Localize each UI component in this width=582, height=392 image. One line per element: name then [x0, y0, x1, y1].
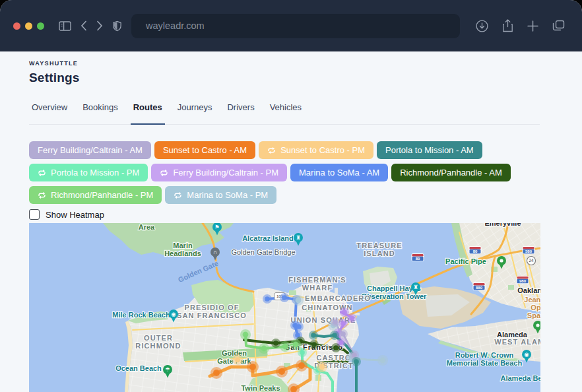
route-chip-label: Marina to SoMa - PM [187, 190, 268, 200]
minimize-window-button[interactable] [25, 22, 32, 30]
tabs-icon[interactable] [552, 20, 565, 32]
map-label: Area [139, 223, 155, 231]
route-chip[interactable]: Richmond/Panhandle - PM [29, 186, 162, 204]
route-stop-marker[interactable] [339, 329, 348, 339]
route-stop-marker[interactable] [330, 331, 339, 340]
route-stop-marker[interactable] [296, 360, 307, 372]
route-chip[interactable]: Ferry Building/Caltrain - AM [29, 141, 151, 159]
route-chip-label: Marina to SoMa - AM [299, 168, 379, 178]
svg-text:◉: ◉ [524, 351, 529, 358]
route-chip[interactable]: Marina to SoMa - AM [290, 164, 388, 181]
map-label: Mile Rock Beach [112, 311, 170, 319]
road-shield: 80 [469, 246, 482, 254]
route-stop-marker[interactable] [271, 339, 280, 348]
route-stop-marker[interactable] [210, 367, 222, 379]
tab-vehicles[interactable]: Vehicles [267, 100, 304, 124]
route-stop-marker[interactable] [347, 313, 356, 323]
map-label: Oakland [517, 286, 540, 294]
route-chip[interactable]: Portola to Mission - AM [377, 141, 482, 159]
route-chip[interactable]: Marina to SoMa - PM [165, 186, 276, 204]
back-icon[interactable] [81, 20, 87, 31]
map-label: Robert W. CrownMemorial State Beach [447, 351, 523, 367]
route-chip[interactable]: Ferry Building/Caltrain - PM [151, 164, 287, 181]
route-stop-marker[interactable] [298, 348, 307, 357]
forward-icon[interactable] [96, 20, 103, 31]
route-stop-marker[interactable] [377, 355, 388, 366]
route-stop-marker[interactable] [240, 329, 251, 340]
tab-bookings[interactable]: Bookings [80, 100, 120, 124]
svg-text:80: 80 [416, 257, 420, 261]
repeat-icon [267, 147, 276, 154]
map-label: Emeryville [484, 223, 521, 227]
svg-text:980: 980 [519, 279, 527, 283]
tab-overview[interactable]: Overview [29, 100, 70, 124]
address-bar[interactable]: wayleadr.com [131, 14, 460, 38]
route-stop-marker[interactable] [276, 366, 288, 377]
route-chip-label: Sunset to Castro - AM [163, 145, 247, 155]
app-brand: WAYSHUTTLE [29, 60, 582, 67]
show-heatmap-label: Show Heatmap [46, 210, 104, 220]
route-stop-marker[interactable] [247, 361, 259, 373]
tab-routes[interactable]: Routes [131, 100, 165, 125]
road-shield: 80 [412, 253, 424, 261]
route-stop-marker[interactable] [331, 343, 340, 352]
svg-text:◉: ◉ [171, 311, 176, 317]
route-chip[interactable]: Portola to Mission - PM [29, 164, 148, 181]
road-shield: 980 [517, 276, 529, 284]
shield-icon[interactable] [112, 20, 122, 32]
browser-window: wayleadr.com WAYSHUTTLE Settings Overvie… [0, 0, 582, 392]
map-label: EMBARCADERO [305, 294, 371, 302]
route-stop-marker[interactable] [290, 339, 301, 350]
svg-text:80: 80 [473, 249, 478, 253]
route-stop-marker[interactable] [340, 308, 349, 317]
svg-text:880: 880 [476, 286, 483, 290]
share-icon[interactable] [502, 19, 513, 32]
map-label: PRESIDIO OFSAN FRANCISCO [177, 304, 247, 319]
svg-text:♜: ♜ [413, 284, 418, 290]
route-chip[interactable]: Richmond/Panhandle - AM [391, 164, 511, 181]
map-canvas[interactable]: AreaMarinHeadlandsGolden Gate BridgeAlca… [29, 223, 540, 392]
map-label: Ocean Beach [115, 364, 162, 372]
route-stop-marker[interactable] [309, 340, 319, 349]
map-label: Alcatraz Island [242, 234, 294, 242]
tab-journeys[interactable]: Journeys [175, 100, 215, 124]
sidebar-icon[interactable] [59, 20, 71, 32]
route-stop-marker[interactable] [339, 319, 348, 328]
route-stop-marker[interactable] [294, 322, 304, 331]
map-label: Alameda Be [501, 374, 540, 382]
route-chip-label: Sunset to Castro - PM [280, 145, 365, 155]
map-label: Pacific Pipe [445, 257, 486, 265]
tab-bar: OverviewBookingsRoutesJourneysDriversVeh… [29, 100, 540, 125]
route-stop-marker[interactable] [259, 343, 269, 354]
route-chip-label: Ferry Building/Caltrain - AM [38, 145, 143, 155]
route-stop-marker[interactable] [293, 295, 304, 306]
svg-text:⚑: ⚑ [214, 224, 220, 230]
route-stop-marker[interactable] [232, 354, 243, 365]
route-stop-marker[interactable] [280, 341, 290, 352]
route-stop-marker[interactable] [317, 362, 327, 372]
svg-text:♜: ♜ [296, 234, 301, 241]
close-window-button[interactable] [13, 22, 20, 30]
repeat-icon [38, 169, 46, 177]
route-stop-marker[interactable] [263, 294, 272, 304]
road-shield: 880 [473, 282, 486, 290]
download-icon[interactable] [476, 20, 488, 32]
zoom-window-button[interactable] [37, 22, 44, 30]
road-shield: 580 [523, 246, 535, 254]
route-stop-marker[interactable] [352, 357, 361, 366]
show-heatmap-checkbox[interactable] [29, 209, 40, 220]
route-chip-label: Portola to Mission - AM [385, 145, 474, 155]
map-label: Golden Gate Bridge [231, 248, 295, 256]
route-stop-marker[interactable] [331, 317, 340, 327]
svg-text:∩: ∩ [213, 249, 217, 255]
route-stop-marker[interactable] [309, 331, 318, 340]
route-chip[interactable]: Sunset to Castro - AM [154, 141, 255, 159]
chip-row: Portola to Mission - PMFerry Building/Ca… [29, 164, 582, 181]
tab-drivers[interactable]: Drivers [224, 100, 257, 124]
route-chip[interactable]: Sunset to Castro - PM [259, 141, 373, 159]
route-chip-label: Richmond/Panhandle - PM [51, 190, 153, 200]
svg-text:24: 24 [529, 258, 534, 263]
route-stop-marker[interactable] [280, 293, 289, 302]
new-tab-icon[interactable] [527, 20, 538, 32]
route-chip-label: Portola to Mission - PM [51, 168, 139, 178]
